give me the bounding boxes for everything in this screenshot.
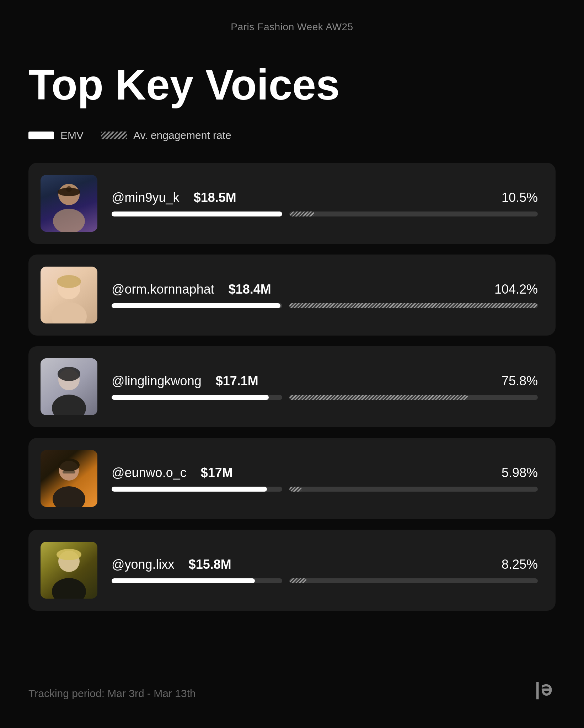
engagement-bar-track [289, 303, 538, 308]
bars-row [112, 578, 538, 583]
influencer-card: @linglingkwong $17.1M 75.8% [28, 346, 556, 427]
card-handle: @linglingkwong [112, 374, 202, 389]
engagement-bar-track [289, 487, 538, 492]
card-emv: $17.1M [216, 374, 258, 389]
card-rate: 75.8% [502, 374, 538, 389]
legend-engagement: Av. engagement rate [101, 129, 231, 141]
bars-row [112, 212, 538, 216]
card-header: @linglingkwong $17.1M 75.8% [112, 374, 538, 389]
emv-bar-fill [112, 395, 269, 400]
legend: EMV Av. engagement rate [28, 129, 556, 141]
card-header: @eunwo.o_c $17M 5.98% [112, 465, 538, 480]
svg-text:ə: ə [541, 679, 552, 699]
page-title: Top Key Voices [28, 61, 556, 108]
svg-point-6 [57, 275, 81, 288]
card-content: @yong.lixx $15.8M 8.25% [112, 557, 538, 583]
influencer-card: @eunwo.o_c $17M 5.98% [28, 438, 556, 519]
card-header: @min9yu_k $18.5M 10.5% [112, 190, 538, 205]
legend-engagement-icon [101, 132, 127, 139]
card-handle: @yong.lixx [112, 557, 175, 572]
emv-bar-track [112, 395, 282, 400]
emv-bar-track [112, 212, 282, 216]
card-emv: $17M [201, 465, 233, 480]
legend-emv: EMV [28, 129, 84, 141]
influencer-card: @orm.kornnaphat $18.4M 104.2% [28, 255, 556, 336]
svg-point-11 [53, 486, 85, 507]
engagement-bar-track [289, 395, 538, 400]
card-content: @orm.kornnaphat $18.4M 104.2% [112, 282, 538, 308]
svg-text:|: | [535, 679, 540, 700]
emv-bar-fill [112, 212, 282, 216]
svg-point-12 [58, 459, 80, 471]
engagement-bar-fill [289, 395, 468, 400]
avatar [41, 358, 97, 415]
card-handle: @min9yu_k [112, 190, 180, 205]
footer: Tracking period: Mar 3rd - Mar 13th | ə [28, 657, 556, 700]
bars-row [112, 395, 538, 400]
engagement-bar-fill [289, 303, 538, 308]
engagement-bar-fill [289, 212, 314, 216]
card-rate: 10.5% [502, 190, 538, 205]
legend-emv-icon [28, 132, 54, 139]
influencer-card: @min9yu_k $18.5M 10.5% [28, 163, 556, 244]
emv-bar-track [112, 303, 282, 308]
svg-point-1 [53, 209, 85, 232]
card-emv: $15.8M [189, 557, 231, 572]
tracking-period: Tracking period: Mar 3rd - Mar 13th [28, 687, 196, 700]
svg-point-15 [52, 578, 86, 599]
svg-point-5 [51, 302, 87, 323]
bars-row [112, 303, 538, 308]
avatar [41, 175, 97, 232]
engagement-bar-fill [289, 487, 302, 492]
bars-row [112, 487, 538, 492]
engagement-bar-fill [289, 578, 307, 583]
avatar [41, 267, 97, 323]
engagement-bar-track [289, 578, 538, 583]
card-content: @min9yu_k $18.5M 10.5% [112, 190, 538, 216]
brand-logo: | ə [534, 678, 556, 700]
emv-bar-track [112, 487, 282, 492]
event-label: Paris Fashion Week AW25 [28, 21, 556, 33]
emv-bar-track [112, 578, 282, 583]
card-rate: 104.2% [494, 282, 538, 297]
card-handle: @eunwo.o_c [112, 465, 187, 480]
cards-container: @min9yu_k $18.5M 10.5% [28, 163, 556, 657]
card-emv: $18.5M [194, 190, 236, 205]
legend-engagement-label: Av. engagement rate [133, 129, 231, 141]
legend-emv-label: EMV [60, 129, 84, 141]
avatar [41, 450, 97, 507]
page-container: Paris Fashion Week AW25 Top Key Voices E… [0, 0, 584, 728]
card-content: @eunwo.o_c $17M 5.98% [112, 465, 538, 492]
card-handle: @orm.kornnaphat [112, 282, 214, 297]
svg-point-8 [52, 395, 86, 415]
svg-point-3 [66, 186, 72, 192]
card-header: @orm.kornnaphat $18.4M 104.2% [112, 282, 538, 297]
svg-point-16 [57, 549, 81, 560]
card-emv: $18.4M [229, 282, 271, 297]
card-header: @yong.lixx $15.8M 8.25% [112, 557, 538, 572]
emv-bar-fill [112, 578, 255, 583]
engagement-bar-track [289, 212, 538, 216]
avatar [41, 542, 97, 599]
card-content: @linglingkwong $17.1M 75.8% [112, 374, 538, 400]
emv-bar-fill [112, 487, 267, 492]
svg-point-9 [58, 367, 80, 381]
svg-rect-13 [63, 471, 75, 473]
emv-bar-fill [112, 303, 280, 308]
influencer-card: @yong.lixx $15.8M 8.25% [28, 530, 556, 611]
card-rate: 8.25% [502, 557, 538, 572]
card-rate: 5.98% [502, 465, 538, 480]
